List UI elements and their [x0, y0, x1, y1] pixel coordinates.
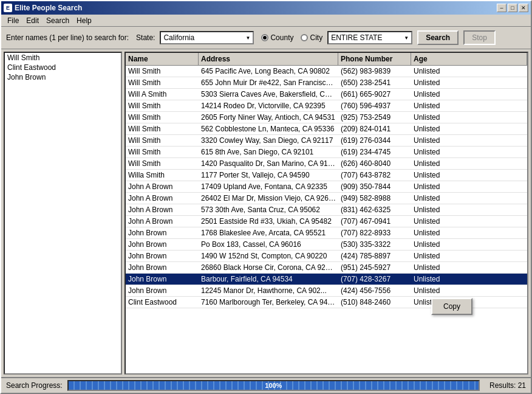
table-cell: (650) 238-2541 — [338, 77, 411, 88]
minimize-button[interactable]: – — [497, 4, 506, 12]
table-cell: John Brown — [126, 274, 199, 285]
county-dropdown[interactable]: ENTIRE STATE ▼ — [327, 31, 412, 44]
table-row[interactable]: Will Smith655 John Muir Dr #e422, San Fr… — [126, 77, 527, 89]
maximize-button[interactable]: □ — [508, 4, 517, 12]
table-cell: (626) 460-8040 — [338, 158, 411, 169]
table-cell: (661) 665-9027 — [338, 89, 411, 100]
city-radio[interactable]: City — [301, 33, 322, 42]
table-cell: Unlisted — [411, 135, 527, 146]
table-cell: (831) 462-6325 — [338, 204, 411, 215]
table-row[interactable]: John Brown26860 Black Horse Cir, Corona,… — [126, 262, 527, 274]
main-content: Will SmithClint EastwoodJohn Brown Name … — [1, 49, 531, 377]
table-cell: 1490 W 152nd St, Compton, CA 90220 — [199, 251, 338, 261]
header-name[interactable]: Name — [126, 53, 199, 65]
state-dropdown[interactable]: California ▼ — [160, 31, 254, 44]
table-cell: (209) 824-0141 — [338, 123, 411, 134]
table-cell: Unlisted — [411, 112, 527, 123]
table-cell: (424) 456-7556 — [338, 285, 411, 296]
table-cell: (707) 822-8933 — [338, 227, 411, 238]
header-address[interactable]: Address — [199, 53, 338, 65]
table-cell: (707) 428-3267 — [338, 274, 411, 285]
menu-file[interactable]: File — [4, 15, 22, 26]
table-cell: 17409 Upland Ave, Fontana, CA 92335 — [199, 181, 338, 192]
table-cell: Unlisted — [411, 204, 527, 215]
table-cell: (530) 335-3322 — [338, 239, 411, 250]
results-header: Name Address Phone Number Age — [126, 53, 527, 66]
county-radio[interactable]: County — [261, 33, 293, 42]
city-radio-label: City — [310, 33, 322, 42]
table-cell: (949) 582-8988 — [338, 193, 411, 204]
stop-button[interactable]: Stop — [463, 30, 496, 45]
results-body[interactable]: Will Smith645 Pacific Ave, Long Beach, C… — [126, 66, 527, 373]
progress-label: Search Progress: — [6, 381, 63, 390]
table-cell: 7160 Marlborough Ter, Berkeley, CA 94705 — [199, 297, 338, 308]
table-cell: 573 30th Ave, Santa Cruz, CA 95062 — [199, 204, 338, 215]
menu-help[interactable]: Help — [73, 15, 95, 26]
table-cell: 562 Cobblestone Ln, Manteca, CA 95336 — [199, 123, 338, 134]
table-row[interactable]: Will Smith562 Cobblestone Ln, Manteca, C… — [126, 123, 527, 135]
county-radio-label: County — [270, 33, 293, 42]
table-row[interactable]: John Brown1490 W 152nd St, Compton, CA 9… — [126, 251, 527, 262]
table-row[interactable]: John Brown12245 Manor Dr, Hawthorne, CA … — [126, 285, 527, 297]
names-panel-item[interactable]: Clint Eastwood — [5, 63, 121, 72]
names-panel-item[interactable]: Will Smith — [5, 53, 121, 63]
context-menu-copy[interactable]: Copy — [434, 300, 470, 313]
table-cell: 645 Pacific Ave, Long Beach, CA 90802 — [199, 66, 338, 77]
table-cell: Unlisted — [411, 147, 527, 157]
toolbar: Enter names (1 per line) to search for: … — [1, 27, 531, 49]
table-cell: Unlisted — [411, 77, 527, 88]
menu-edit[interactable]: Edit — [22, 15, 43, 26]
table-row[interactable]: John BrownBarbour, Fairfield, CA 94534(7… — [126, 274, 527, 285]
table-cell: (909) 350-7844 — [338, 181, 411, 192]
close-button[interactable]: ✕ — [519, 4, 528, 12]
table-cell: (925) 753-2549 — [338, 112, 411, 123]
table-row[interactable]: John BrownPo Box 183, Cassel, CA 96016(5… — [126, 239, 527, 251]
table-cell: 1768 Blakeslee Ave, Arcata, CA 95521 — [199, 227, 338, 238]
results-panel: Name Address Phone Number Age Will Smith… — [124, 52, 528, 375]
table-cell: Unlisted — [411, 262, 527, 273]
county-value: ENTIRE STATE — [331, 33, 382, 42]
search-button[interactable]: Search — [417, 30, 459, 45]
table-cell: Unlisted — [411, 89, 527, 100]
app-icon: E — [4, 4, 12, 12]
table-cell: Will A Smith — [126, 89, 199, 100]
table-row[interactable]: Willa Smith1177 Porter St, Vallejo, CA 9… — [126, 170, 527, 181]
table-cell: Unlisted — [411, 170, 527, 181]
header-phone[interactable]: Phone Number — [338, 53, 411, 65]
table-row[interactable]: John A Brown26402 El Mar Dr, Mission Vie… — [126, 193, 527, 204]
table-row[interactable]: Will Smith615 8th Ave, San Diego, CA 921… — [126, 147, 527, 158]
table-cell: Will Smith — [126, 158, 199, 169]
header-age[interactable]: Age — [411, 53, 527, 65]
table-cell: Clint Eastwood — [126, 297, 199, 308]
names-panel-item[interactable]: John Brown — [5, 72, 121, 82]
table-row[interactable]: Will Smith1420 Pasqualito Dr, San Marino… — [126, 158, 527, 170]
table-cell: Will Smith — [126, 77, 199, 88]
table-cell: John Brown — [126, 227, 199, 238]
menu-search[interactable]: Search — [43, 15, 73, 26]
results-count: Results: 21 — [485, 381, 526, 390]
table-row[interactable]: John Brown1768 Blakeslee Ave, Arcata, CA… — [126, 227, 527, 239]
table-cell: (760) 596-4937 — [338, 100, 411, 111]
table-row[interactable]: Will Smith2605 Forty Niner Way, Antioch,… — [126, 112, 527, 123]
table-cell: Unlisted — [411, 251, 527, 261]
table-row[interactable]: John A Brown17409 Upland Ave, Fontana, C… — [126, 181, 527, 193]
table-row[interactable]: John A Brown2501 Eastside Rd #33, Ukiah,… — [126, 216, 527, 227]
table-cell: Will Smith — [126, 100, 199, 111]
table-cell: (707) 467-0941 — [338, 216, 411, 227]
menu-bar: File Edit Search Help — [1, 15, 531, 27]
city-radio-circle — [301, 34, 308, 41]
table-row[interactable]: Will Smith3320 Cowley Way, San Diego, CA… — [126, 135, 527, 147]
names-panel[interactable]: Will SmithClint EastwoodJohn Brown — [4, 52, 122, 375]
table-cell: (951) 245-5927 — [338, 262, 411, 273]
table-row[interactable]: Will A Smith5303 Sierra Caves Ave, Baker… — [126, 89, 527, 100]
table-cell: Unlisted — [411, 158, 527, 169]
state-value: California — [163, 33, 194, 42]
table-row[interactable]: John A Brown573 30th Ave, Santa Cruz, CA… — [126, 204, 527, 216]
table-cell: Unlisted — [411, 193, 527, 204]
table-row[interactable]: Will Smith645 Pacific Ave, Long Beach, C… — [126, 66, 527, 77]
county-radio-circle — [261, 34, 268, 41]
table-cell: Will Smith — [126, 135, 199, 146]
table-cell: Unlisted — [411, 227, 527, 238]
table-cell: Unlisted — [411, 100, 527, 111]
table-row[interactable]: Will Smith14214 Rodeo Dr, Victorville, C… — [126, 100, 527, 112]
